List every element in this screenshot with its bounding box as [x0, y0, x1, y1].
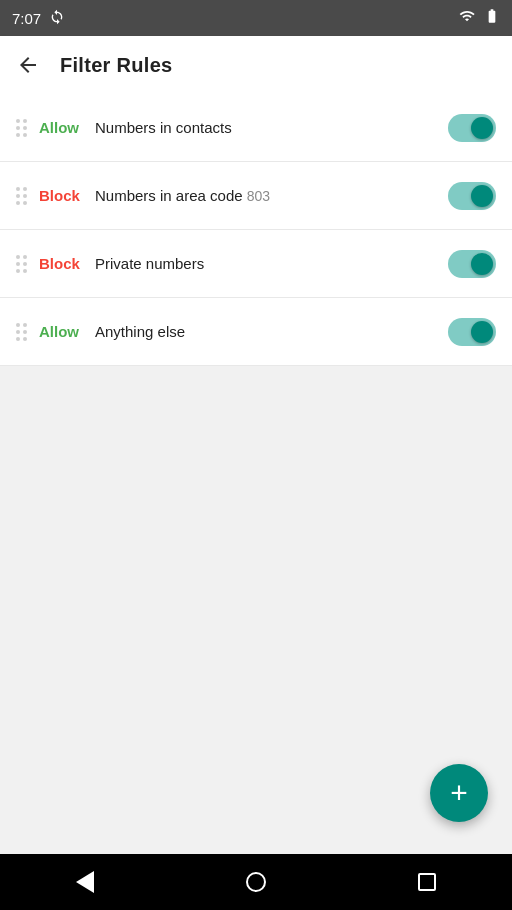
drag-handle-2[interactable]	[16, 187, 27, 205]
nav-bar	[0, 854, 512, 910]
status-time: 7:07	[12, 10, 41, 27]
status-bar: 7:07	[0, 0, 512, 36]
main-content: Allow Numbers in contacts Block N	[0, 94, 512, 854]
rule-description-4: Anything else	[95, 323, 448, 340]
drag-handle-1[interactable]	[16, 119, 27, 137]
rule-toggle-1[interactable]	[448, 114, 496, 142]
back-nav-icon	[76, 871, 94, 893]
nav-back-button[interactable]	[0, 854, 171, 910]
nav-home-button[interactable]	[171, 854, 342, 910]
rule-toggle-4[interactable]	[448, 318, 496, 346]
drag-handle-4[interactable]	[16, 323, 27, 341]
recents-nav-icon	[418, 873, 436, 891]
add-rule-button[interactable]: +	[430, 764, 488, 822]
rule-action-1: Allow	[39, 119, 91, 136]
page-title: Filter Rules	[60, 54, 173, 77]
rule-toggle-3[interactable]	[448, 250, 496, 278]
back-button[interactable]	[16, 53, 40, 77]
rules-list: Allow Numbers in contacts Block N	[0, 94, 512, 366]
rule-description-3: Private numbers	[95, 255, 448, 272]
rule-toggle-2[interactable]	[448, 182, 496, 210]
rule-item-2: Block Numbers in area code 803	[0, 162, 512, 230]
status-bar-left: 7:07	[12, 9, 65, 28]
home-nav-icon	[246, 872, 266, 892]
rule-action-2: Block	[39, 187, 91, 204]
drag-handle-3[interactable]	[16, 255, 27, 273]
top-bar: Filter Rules	[0, 36, 512, 94]
status-bar-right	[458, 8, 500, 28]
rule-item-4: Allow Anything else	[0, 298, 512, 366]
rule-description-1: Numbers in contacts	[95, 119, 448, 136]
wifi-icon	[458, 8, 476, 28]
rule-action-4: Allow	[39, 323, 91, 340]
battery-icon	[484, 8, 500, 28]
nav-recents-button[interactable]	[341, 854, 512, 910]
rule-item-1: Allow Numbers in contacts	[0, 94, 512, 162]
sync-icon	[49, 9, 65, 28]
rule-description-2: Numbers in area code 803	[95, 187, 448, 204]
rule-item-3: Block Private numbers	[0, 230, 512, 298]
plus-icon: +	[450, 778, 468, 808]
rule-action-3: Block	[39, 255, 91, 272]
